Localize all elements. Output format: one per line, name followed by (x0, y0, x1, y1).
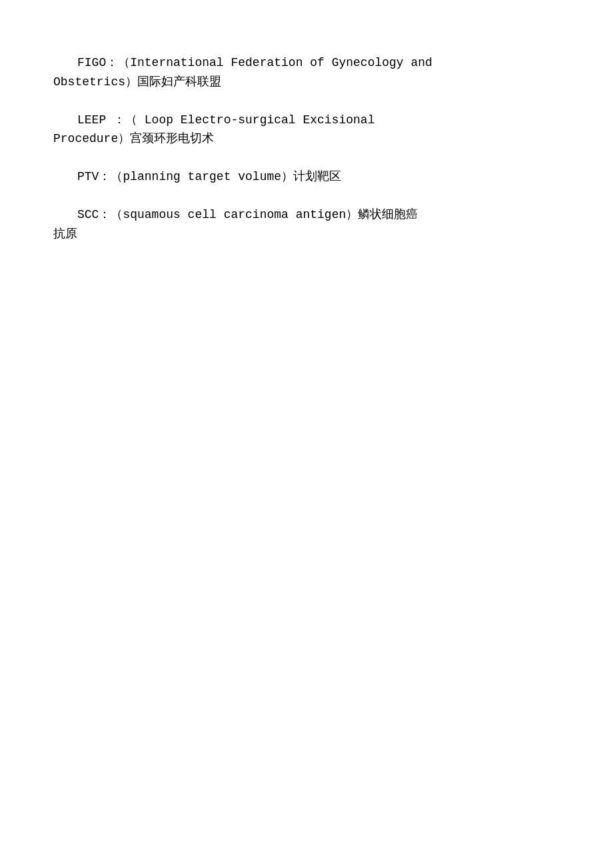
scc-line1: SCC：（squamous cell carcinoma antigen）鳞状细… (53, 205, 560, 225)
entry-ptv: PTV：（planning target volume）计划靶区 (53, 167, 560, 187)
ptv-line1: PTV：（planning target volume）计划靶区 (53, 167, 560, 187)
page-content: FIGO：（International Federation of Gyneco… (0, 0, 613, 316)
scc-line2: 抗原 (53, 225, 560, 244)
leep-line1: LEEP ：（ Loop Electro-surgical Excisional (53, 111, 560, 130)
figo-line1: FIGO：（International Federation of Gyneco… (53, 53, 560, 73)
leep-line2: Procedure）宫颈环形电切术 (53, 129, 560, 149)
entry-scc: SCC：（squamous cell carcinoma antigen）鳞状细… (53, 205, 560, 244)
entry-leep: LEEP ：（ Loop Electro-surgical Excisional… (53, 111, 560, 149)
figo-line2: Obstetrics）国际妇产科联盟 (53, 73, 560, 92)
entry-figo: FIGO：（International Federation of Gyneco… (53, 53, 560, 92)
